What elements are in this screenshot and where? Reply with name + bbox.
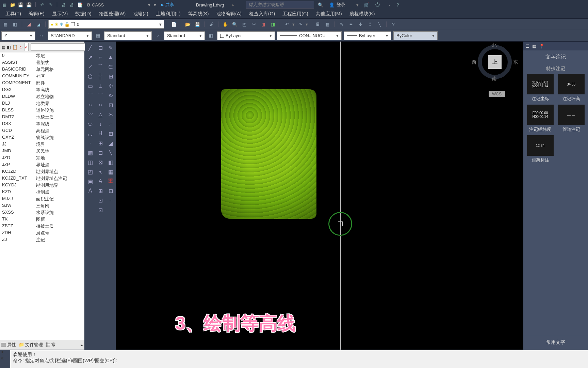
menu-feature[interactable]: 地物编辑(A) (216, 11, 242, 17)
ellipsearc-icon[interactable]: ◡ (86, 129, 94, 138)
rp-list-icon[interactable]: ☰ (525, 44, 529, 49)
lp-tab2-icon[interactable]: ◧ (7, 43, 11, 51)
pencil-icon[interactable]: ✎ (337, 20, 345, 28)
e10-icon[interactable]: ⊞ (107, 129, 115, 138)
mleader-icon[interactable]: ⟋ (154, 32, 162, 40)
rp-item[interactable]: —·—管道注记 (557, 105, 585, 133)
table-style-icon[interactable]: ▦ (94, 32, 102, 40)
menu-data[interactable]: 数据(D) (75, 11, 91, 17)
login-button[interactable]: 👤 登录 (329, 2, 345, 8)
save-icon[interactable]: 💾 (18, 2, 24, 8)
text-icon[interactable]: A (86, 187, 94, 195)
e16-icon[interactable]: ⊡ (107, 187, 115, 195)
layer-row[interactable]: DGX等高线 (0, 87, 84, 93)
layer-row[interactable]: ZDH展点号 (0, 230, 84, 236)
m3-icon[interactable]: ⌒ (96, 63, 104, 71)
e8-icon[interactable]: ✂ (107, 110, 115, 119)
arc-icon[interactable]: ⌒ (86, 91, 94, 99)
m14-icon[interactable]: ∿ (96, 168, 104, 176)
saveas-icon[interactable]: 💾 (26, 2, 32, 8)
brush-icon[interactable]: 🖌 (207, 20, 215, 28)
rect-icon[interactable]: ▭ (86, 82, 94, 90)
plot-icon[interactable]: 📑 (77, 2, 83, 8)
ray-icon[interactable]: ↗ (86, 53, 94, 61)
ellipse-icon[interactable]: ⬭ (86, 120, 94, 128)
lp-tab1-icon[interactable]: ▦ (1, 43, 5, 51)
calc-icon[interactable]: 🖩 (314, 20, 322, 28)
m12-icon[interactable]: ⊡ (96, 149, 104, 157)
x2-icon[interactable]: ◨ (269, 20, 277, 28)
menu-land[interactable]: 土地利用(L) (156, 11, 181, 17)
layer-row[interactable]: DMTZ地貌土质 (0, 114, 84, 121)
cut-icon[interactable]: ✂ (250, 20, 258, 28)
menu-cadastre[interactable]: 地籍(J) (133, 11, 148, 17)
layer-row[interactable]: BASICGRID单元网格 (0, 66, 84, 73)
layer-row[interactable]: MJZJ面积注记 (0, 196, 84, 202)
e6-icon[interactable]: ↻ (107, 91, 115, 99)
undo2-icon[interactable]: ↶ (283, 20, 291, 28)
region-icon[interactable]: ◫ (86, 158, 94, 166)
layer-row[interactable]: KCYDJ勘测用地界 (0, 182, 84, 189)
redo2-icon[interactable]: ↷ (296, 20, 304, 28)
lp-file-tab[interactable]: 📁 文件管理 (19, 342, 43, 348)
tb-b-icon[interactable]: ◧ (11, 20, 19, 28)
line-icon[interactable]: ╱ (86, 44, 94, 52)
menu-qc[interactable]: 质检模块(K) (349, 11, 375, 17)
e17-icon[interactable]: ◦ (107, 196, 115, 204)
search-input[interactable]: 键入关键字或短语 (246, 1, 314, 9)
zoom-win-icon[interactable]: ◰ (240, 20, 248, 28)
e2-icon[interactable]: ▲ (107, 53, 115, 61)
menu-contour[interactable]: 等高线(S) (188, 11, 209, 17)
layer-row[interactable]: KZD控制点 (0, 189, 84, 196)
undo-icon[interactable]: ↶ (39, 2, 45, 8)
layer-row[interactable]: TK图框 (0, 216, 84, 223)
menu-edit[interactable]: 编辑(E) (29, 11, 45, 17)
circle-icon[interactable]: ○ (86, 101, 94, 109)
help-icon[interactable]: ? (395, 2, 401, 8)
layer-dropdown[interactable]: ● ☀ ❄ 🔓 0 ▾ (48, 20, 164, 29)
rp-item[interactable]: E00.00.00N00.00.14注记经纬度 (526, 105, 554, 133)
layer-row[interactable]: DSX等深线 (0, 121, 84, 127)
pan-icon[interactable]: ✋ (221, 20, 229, 28)
table-icon[interactable]: ▦ (323, 20, 331, 28)
color-dropdown[interactable]: ByLayer▾ (217, 31, 275, 40)
app-icon[interactable]: Ⓐ (374, 2, 380, 8)
polygon-icon[interactable]: ⬠ (86, 72, 94, 80)
e14-icon[interactable]: ▦ (107, 168, 115, 176)
menu-engineering[interactable]: 工程应用(C) (282, 11, 308, 17)
layer-row[interactable]: KCJZD_TXT勘测界址点注记 (0, 175, 84, 182)
3d-icon[interactable]: ▣ (86, 177, 94, 185)
open2-icon[interactable]: 📂 (184, 20, 192, 28)
layer-list[interactable]: 0零层ASSIST骨架线BASICGRID单元网格COMMUNITY社区COMP… (0, 52, 84, 340)
e15-icon[interactable]: 重 (107, 177, 115, 185)
lineweight-dropdown[interactable]: ByLayer▾ (344, 31, 391, 40)
layer-row[interactable]: JMD居民地 (0, 148, 84, 155)
spline-icon[interactable]: 〰 (86, 110, 94, 119)
m11-icon[interactable]: ⊞ (96, 139, 104, 147)
layer-props-icon[interactable]: ◢ (25, 20, 33, 28)
zoom-icon[interactable]: 🔍 (231, 20, 239, 28)
rp-item[interactable]: 12.34距离标注 (526, 135, 554, 163)
wcs-label[interactable]: WCS (489, 91, 505, 97)
m8-icon[interactable]: △ (96, 110, 104, 119)
lp-check-icon[interactable]: ✓ (24, 43, 29, 51)
m2-icon[interactable]: ⌐ (96, 53, 104, 61)
m7-icon[interactable]: ○ (96, 101, 104, 109)
m5-icon[interactable]: ⟂ (96, 82, 104, 90)
e9-icon[interactable]: ⟋ (107, 120, 115, 128)
layer-row[interactable]: JZD宗地 (0, 155, 84, 162)
save2-icon[interactable]: 💾 (193, 20, 201, 28)
tb-a-icon[interactable]: ▦ (1, 20, 10, 28)
layer-row[interactable]: DLSS道路设施 (0, 107, 84, 114)
layer-row[interactable]: GCD高程点 (0, 127, 84, 134)
lp-refresh-icon[interactable]: ↻ (19, 43, 23, 51)
e7-icon[interactable]: ⊡ (107, 101, 115, 109)
help2-icon[interactable]: ? (389, 20, 397, 28)
m6-icon[interactable]: ⌒ (96, 91, 104, 99)
layer-row[interactable]: SJW三角网 (0, 202, 84, 209)
layer-row[interactable]: ZBTZ植被土质 (0, 223, 84, 230)
move-icon[interactable]: ✦ (347, 20, 355, 28)
layer-row[interactable]: ZJ注记 (0, 236, 84, 243)
dimstyle-dropdown[interactable]: STANDARD▾ (48, 31, 92, 40)
point-icon[interactable]: · (86, 139, 94, 147)
